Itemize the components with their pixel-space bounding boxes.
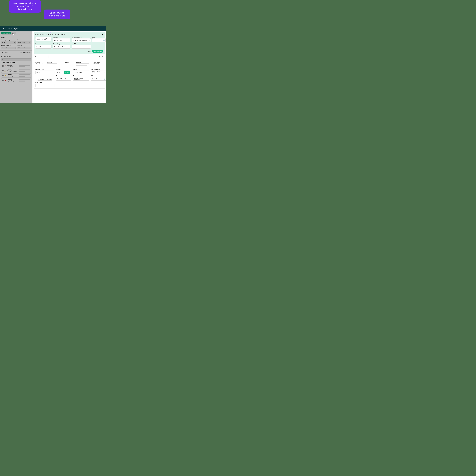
order-product: Regular Oxygenated — [7, 80, 17, 82]
label-delivery-date: Delivery Date — [93, 61, 106, 63]
checkbox[interactable]: ✓ — [2, 70, 3, 71]
skeleton-group — [19, 65, 30, 67]
chevron-down-icon — [29, 59, 30, 60]
sort-by-select[interactable]: Sort by ⌄ — [34, 55, 49, 58]
svg-rect-7 — [5, 81, 5, 81]
checkbox[interactable]: ✓ — [2, 75, 3, 76]
input-quantity[interactable]: 7200 — [56, 70, 64, 74]
chevron-down-icon: ⌄ — [104, 72, 105, 73]
select-carrier-regions[interactable]: Select Carrier — [1, 47, 16, 49]
source-radio-group[interactable]: Terminal Bulk Plant — [36, 78, 53, 81]
input-eta-value: --:-- — [93, 39, 95, 41]
chevron-down-icon: ⌄ — [68, 46, 69, 48]
label-product: Product — [35, 61, 46, 63]
checkbox[interactable]: ✓ — [2, 65, 3, 67]
chevron-down-icon — [29, 48, 30, 49]
radio-terminal[interactable]: Terminal — [38, 78, 44, 80]
radio-bulk-label: Bulk Plant — [47, 78, 52, 80]
label-eta: ETA — [91, 75, 106, 77]
select-carrier-region[interactable]: Select Carrier Region⌄ — [53, 45, 70, 49]
chevron-down-icon: ⌄ — [47, 56, 48, 58]
radio-terminal[interactable]: Terminal — [36, 38, 43, 40]
connector-target-icon — [50, 32, 51, 33]
radio-bulk-plant[interactable]: Bulk Plant — [44, 38, 50, 41]
order-card: Product Clear Diesel Customer Order # --… — [34, 60, 105, 88]
radio-bulk-plant[interactable]: Bulk Plant — [45, 78, 52, 80]
select-carrier-region[interactable]: Select Carrier Region⌄ — [91, 70, 106, 74]
select-state[interactable]: Select State — [17, 41, 31, 44]
skeleton-group — [19, 74, 30, 77]
order-list-item[interactable]: ✓7,000 (G)Regular Oxygenated — [1, 78, 31, 82]
label-terminal: Terminal — [17, 45, 31, 46]
select-terminal-value: Select Terminal — [18, 47, 26, 49]
chevron-down-icon — [29, 42, 30, 43]
select-none-button[interactable]: None — [13, 62, 15, 63]
select-terminal-supplier-value: Select Terminal Supplier 1 — [74, 77, 86, 80]
label-eta: ETA — [92, 36, 106, 38]
select-quantity-type-value: Quantity — [36, 72, 41, 73]
select-country[interactable]: USA — [1, 41, 16, 44]
filter-heading: Filter — [1, 36, 31, 38]
source-radio-group[interactable]: Terminal Bulk Plant — [35, 37, 51, 41]
checkbox[interactable]: ✓ — [2, 80, 3, 81]
label-load-code: Load Code — [35, 82, 54, 83]
select-all-button[interactable]: All — [10, 62, 11, 63]
input-eta[interactable]: 11:00 AM🕒 — [91, 77, 106, 81]
chevron-down-icon: ⌄ — [87, 72, 88, 73]
select-grouping[interactable]: Sellect Grouping — [1, 58, 31, 61]
value-order-number: -- — [65, 63, 75, 65]
order-qty: 1,500 (G) — [7, 69, 17, 71]
chevron-down-icon: ⌄ — [69, 78, 70, 80]
modify-panel: Modify parameters and deploy to select o… — [34, 32, 105, 54]
svg-rect-3 — [5, 71, 5, 71]
radio-bulk-label: Bulk Plant — [45, 38, 50, 41]
label-terminal-supplier: Terminal Supplier — [72, 36, 91, 38]
order-list-item[interactable]: ✓4,200 (G)Clear Diesel — [1, 73, 31, 78]
select-terminal[interactable]: Select Terminal⌄ — [53, 38, 70, 42]
radio-terminal-label: Terminal — [39, 78, 44, 80]
order-list-item[interactable]: ✓1,500 (G)Regular Oxygenated — [1, 69, 31, 73]
svg-rect-5 — [5, 76, 5, 76]
select-carrier-value: Select Carrier — [74, 72, 82, 73]
label-terminal: Terminal — [56, 75, 71, 77]
select-terminal[interactable]: Select Terminal⌄ — [56, 77, 71, 81]
label-carrier: Carrier — [73, 68, 89, 70]
order-list-item[interactable]: ✓7,200 (G)Clear Diesel — [1, 64, 31, 68]
callout-update-orders: Update multiple orders and loads — [44, 10, 70, 19]
select-carrier[interactable]: Select Carrier⌄ — [35, 45, 51, 49]
label-carrier-regions: Carrier Regions — [1, 45, 16, 46]
apply-changes-button[interactable]: Apply Changes — [92, 50, 103, 53]
chevron-down-icon: ⌄ — [50, 46, 51, 48]
svg-rect-1 — [5, 66, 5, 67]
select-quantity-type[interactable]: Quantity⌄ — [35, 70, 54, 74]
page-title: Dispatch & Logistics — [2, 27, 20, 30]
order-product: Clear Diesel — [7, 75, 13, 77]
input-eta[interactable]: --:--🕒 — [92, 38, 106, 42]
sort-by-value: Sort by — [35, 56, 39, 58]
label-location: Location — [76, 61, 92, 63]
select-carrier[interactable]: Select Carrier⌄ — [73, 70, 89, 74]
select-terminal-supplier[interactable]: Select Terminal Supplier 1⌄ — [72, 38, 91, 42]
label-carrier-region: Carrier Region — [91, 68, 106, 70]
alert-yellow-icon — [4, 75, 6, 76]
alert-yellow-icon — [4, 70, 6, 72]
skeleton — [47, 63, 57, 64]
radio-dot-icon — [45, 79, 46, 80]
chevron-down-icon — [14, 42, 15, 43]
label-state: State — [17, 39, 31, 41]
summary-heading: Summary — [1, 52, 8, 53]
select-carrier-region-value: Select Carrier Region — [92, 71, 103, 74]
select-terminal[interactable]: Select Terminal — [17, 47, 31, 49]
order-product: Clear Diesel — [7, 66, 13, 68]
clear-button[interactable]: Clear — [88, 51, 91, 52]
radio-terminal-label: Terminal — [38, 38, 43, 40]
radio-dot-icon — [38, 79, 39, 80]
input-load-code[interactable] — [72, 45, 91, 49]
select-terminal-supplier[interactable]: Select Terminal Supplier 1⌄ — [73, 77, 89, 81]
input-load-code[interactable] — [35, 84, 54, 87]
radio-dot-icon — [44, 38, 45, 40]
close-icon[interactable]: ✕ — [102, 33, 104, 35]
tab-mass-dispatch[interactable]: Mass Dispatch — [1, 32, 11, 34]
label-country: Country/Group — [1, 39, 16, 41]
svg-rect-2 — [5, 70, 5, 71]
